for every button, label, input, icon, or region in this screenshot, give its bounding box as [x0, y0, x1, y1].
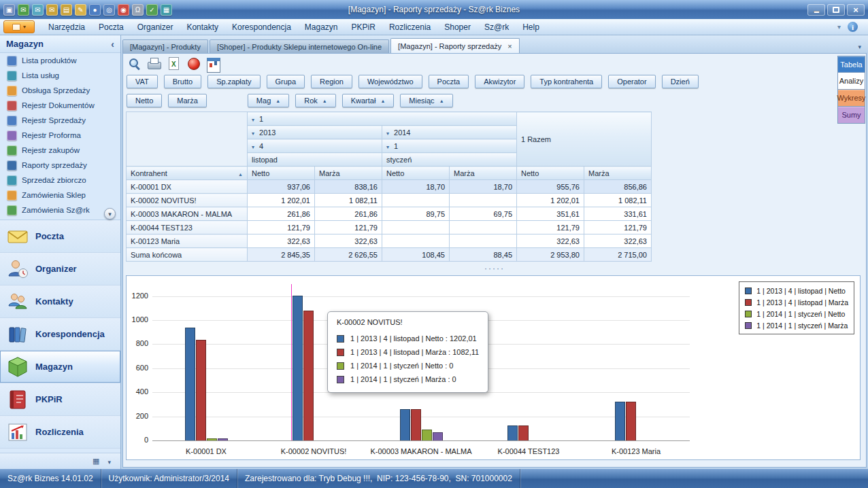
pivot-cell[interactable]: 322,63 [315, 234, 382, 248]
menu-pkpir[interactable]: PKPiR [345, 20, 382, 35]
sidebar-item-rejestr-zakup-w[interactable]: Rejestr zakupów [0, 143, 120, 158]
pivot-measure-header[interactable]: Netto [248, 167, 315, 180]
view-tab-tabela[interactable]: Tabela [837, 56, 865, 73]
column-field-kwarta[interactable]: Kwartał▲ [342, 94, 395, 107]
filter-field-operator[interactable]: Operator [608, 75, 655, 88]
column-field-mag[interactable]: Mag▲ [248, 94, 289, 107]
sidebar-item-sprzeda-zbiorczo[interactable]: Sprzedaż zbiorczo [0, 173, 120, 188]
bar[interactable] [303, 311, 314, 440]
pivot-cell[interactable]: 351,61 [517, 207, 584, 221]
pivot-cell[interactable]: 121,79 [517, 221, 584, 234]
sidebar-collapse-button[interactable] [111, 39, 114, 50]
menu-help[interactable]: Help [516, 20, 546, 35]
filter-field-brutto[interactable]: Brutto [164, 75, 201, 88]
pivot-measure-header[interactable]: Marża [584, 167, 652, 180]
pivot-cell[interactable]: 121,79 [315, 221, 382, 234]
pivot-group-quarter[interactable]: ▾1 [382, 139, 517, 153]
mail-accept-icon[interactable]: ✉ [46, 4, 58, 16]
tasks-icon[interactable]: ✓ [146, 4, 158, 16]
bar[interactable] [507, 425, 518, 440]
filter-field-akwizytor[interactable]: Akwizytor [475, 75, 524, 88]
mail-inbox-icon[interactable]: ▤ [61, 4, 72, 16]
pivot-cell[interactable]: 1 082,11 [584, 194, 652, 207]
application-menu-button[interactable] [3, 20, 35, 33]
pivot-cell[interactable]: 322,63 [248, 234, 315, 248]
pivot-group-month[interactable]: listopad [248, 153, 382, 167]
filter-field-dzie[interactable]: Dzień [662, 75, 699, 88]
pivot-cell[interactable]: 121,79 [248, 221, 315, 234]
module-button-rozliczenia[interactable]: Rozliczenia [0, 416, 120, 449]
module-button-poczta[interactable]: Poczta [0, 220, 120, 253]
help-icon[interactable] [186, 56, 201, 71]
pivot-cell[interactable]: 18,70 [382, 180, 450, 194]
filter-field-sp-zap-aty[interactable]: Sp.zapłaty [207, 75, 260, 88]
pivot-grand-total-cell[interactable]: 108,45 [382, 248, 450, 262]
pivot-cell[interactable]: 1 082,11 [315, 194, 382, 207]
menu-poczta[interactable]: Poczta [92, 20, 131, 35]
pivot-cell[interactable]: 261,86 [248, 207, 315, 221]
pivot-group-mag[interactable]: ▾1 [248, 112, 517, 126]
restore-button[interactable] [827, 4, 845, 16]
collapse-icon[interactable]: ▾ [386, 144, 389, 150]
pivot-cell[interactable]: 121,79 [584, 221, 652, 234]
bar[interactable] [615, 402, 625, 440]
document-tab-active[interactable]: [Magazyn] - Raporty sprzedaży× [390, 38, 520, 53]
filter-field-wojew-dztwo[interactable]: Województwo [358, 75, 422, 88]
bar[interactable] [185, 328, 195, 440]
tab-close-icon[interactable]: × [506, 42, 512, 50]
print-icon[interactable] [146, 56, 161, 71]
configure-buttons-chevron-icon[interactable] [107, 457, 111, 466]
splitter-handle[interactable] [123, 265, 866, 272]
pivot-measure-header[interactable]: Marża [450, 167, 517, 180]
bar[interactable] [518, 425, 529, 440]
pivot-cell[interactable]: 261,86 [315, 207, 382, 221]
document-tab[interactable]: [Shoper] - Produkty Sklepu internetowego… [210, 39, 389, 53]
filter-field-grupa[interactable]: Grupa [267, 75, 305, 88]
pivot-cell[interactable] [382, 221, 450, 234]
menu-narz-dzia[interactable]: Narzędzia [41, 20, 92, 35]
pivot-cell[interactable]: 955,76 [517, 180, 584, 194]
pivot-grand-total-label[interactable]: Suma końcowa [127, 248, 248, 262]
view-tab-sumy[interactable]: Sumy [837, 107, 865, 124]
pivot-group-quarter[interactable]: ▾4 [248, 139, 382, 153]
pivot-measure-header[interactable]: Netto [382, 167, 450, 180]
column-field-miesi-c[interactable]: Miesiąc▲ [400, 94, 452, 107]
toolbar-options-chevron-icon[interactable] [837, 23, 841, 31]
contacts-icon[interactable]: ● [89, 4, 101, 16]
pivot-group-month[interactable]: styczeń [382, 153, 517, 167]
collapse-icon[interactable]: ▾ [386, 130, 389, 137]
collapse-icon[interactable]: ▾ [252, 117, 254, 123]
filter-field-region[interactable]: Region [311, 75, 352, 88]
pivot-measure-header[interactable]: Marża [315, 167, 382, 180]
data-field-netto[interactable]: Netto [127, 94, 162, 107]
pivot-grand-total-cell[interactable]: 88,45 [450, 248, 517, 262]
pivot-cell[interactable]: 1 202,01 [248, 194, 315, 207]
pivot-cell[interactable]: 937,06 [248, 180, 315, 194]
menu-korespondencja[interactable]: Korespondencja [225, 20, 298, 35]
pivot-row-header[interactable]: K-00044 TEST123 [127, 221, 248, 234]
module-button-magazyn[interactable]: Magazyn [0, 351, 120, 383]
pivot-cell[interactable]: 838,16 [315, 180, 382, 194]
module-button-kontakty[interactable]: Kontakty [0, 285, 120, 318]
sidebar-item-lista-produkt-w[interactable]: Lista produktów [0, 53, 120, 68]
sidebar-item-raporty-sprzeda-y[interactable]: Raporty sprzedaży [0, 158, 120, 173]
pivot-group-year[interactable]: ▾2014 [382, 126, 517, 139]
menu-organizer[interactable]: Organizer [131, 20, 180, 35]
pivot-measure-header[interactable]: Netto [517, 167, 584, 180]
menu-shoper[interactable]: Shoper [437, 20, 478, 35]
receive-mail-icon[interactable]: ✉ [32, 4, 44, 16]
bar[interactable] [400, 409, 410, 440]
sidebar-item-zam-wienia-sklep[interactable]: Zamówienia Sklep [0, 188, 120, 203]
pivot-row-field[interactable]: Kontrahent▲ [127, 167, 248, 180]
bar[interactable] [293, 296, 303, 440]
filter-field-vat[interactable]: VAT [127, 75, 158, 88]
pivot-row-header[interactable]: K-00123 Maria [127, 234, 248, 248]
bar[interactable] [422, 430, 432, 440]
module-button-pkpir[interactable]: PKPiR [0, 383, 120, 416]
pivot-cell[interactable] [450, 234, 517, 248]
pivot-cell[interactable]: 322,63 [584, 234, 652, 248]
bar[interactable] [196, 340, 206, 440]
chart-icon[interactable] [205, 56, 220, 71]
scales-icon[interactable]: Ω [132, 4, 144, 16]
pivot-row-header[interactable]: K-00001 DX [127, 180, 248, 194]
